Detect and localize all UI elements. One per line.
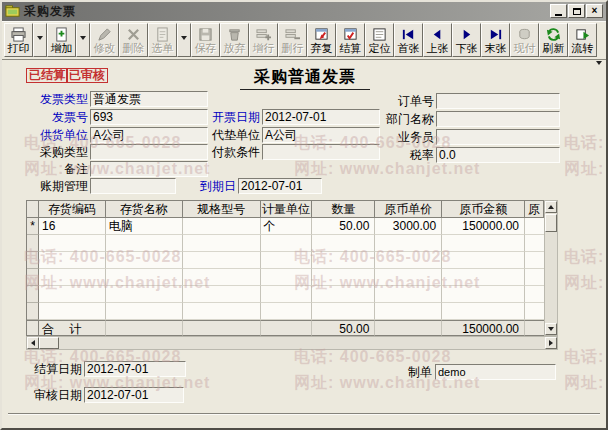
cell-amount[interactable]: 150000.00 [442,218,525,235]
maximize-button[interactable] [568,4,585,18]
invoice-type-field[interactable]: 普通发票 [90,91,208,107]
row-plus-icon [256,27,271,42]
minimize-button[interactable] [550,4,567,18]
col-partial[interactable]: 原 [525,201,544,218]
discard-button[interactable]: 放弃 [220,23,249,57]
credit-period-field[interactable] [90,178,176,194]
purchase-type-field[interactable] [90,144,208,160]
maker-field[interactable]: demo [435,364,556,380]
salesman-field[interactable] [436,129,560,145]
department-label: 部门名称 [378,111,434,127]
invoice-no-field[interactable]: 693 [90,109,208,125]
row-marker: * [27,218,39,235]
arrow-down-icon [548,327,554,334]
invoice-date-field[interactable]: 2012-07-01 [262,109,380,125]
document-title: 采购普通发票 [240,67,370,90]
delete-button[interactable]: 删除 [119,23,148,57]
payment-terms-field[interactable] [262,144,380,160]
settle-date-field[interactable]: 2012-07-01 [84,361,186,377]
audit-date-label: 审核日期 [28,387,82,403]
vertical-scroll-thumb[interactable] [545,214,557,232]
row-indicator [27,303,39,320]
invoice-no-label: 发票号 [22,109,88,125]
order-no-field[interactable] [436,93,560,109]
row-indicator [27,252,39,269]
due-date-field[interactable]: 2012-07-01 [238,178,322,194]
scroll-right-button[interactable] [545,337,557,349]
purchase-type-label: 采购类型 [22,144,88,160]
col-name[interactable]: 存货名称 [106,201,183,218]
first-record-button[interactable]: 首张 [394,23,423,57]
cell-unit[interactable]: 个 [261,218,313,235]
tax-rate-field[interactable]: 0.0 [436,147,560,163]
supplier-field[interactable]: A公司 [90,127,208,143]
title-bar[interactable]: 采购发票 × [2,2,606,21]
printer-icon [11,27,26,42]
col-code[interactable]: 存货编码 [39,201,106,218]
select-order-button[interactable]: 选单 [148,23,177,57]
next-record-button[interactable]: 下张 [452,23,481,57]
print-dropdown[interactable] [33,23,47,57]
supplier-label: 供货单位 [22,127,88,143]
row-indicator [27,286,39,303]
cell-qty[interactable]: 50.00 [312,218,375,235]
cancel-review-button[interactable]: 弃复 [307,23,336,57]
scroll-down-button[interactable] [545,323,557,335]
department-field[interactable] [436,111,560,127]
table-row[interactable]: * 16 电脑 个 50.00 3000.00 150000.00 [27,218,544,235]
vertical-scrollbar[interactable] [544,200,558,336]
select-order-dropdown[interactable] [177,23,191,57]
cell-code[interactable]: 16 [39,218,106,235]
maximize-icon [573,8,581,15]
print-button[interactable]: 打印 [4,23,33,57]
settle-button[interactable]: 结算 [336,23,365,57]
prev-record-button[interactable]: 上张 [423,23,452,57]
empty-row[interactable] [27,252,544,269]
flow-button[interactable]: 流转 [568,23,597,57]
col-amount[interactable]: 原币金额 [442,201,525,218]
refresh-button[interactable]: 刷新 [539,23,568,57]
audit-date-field[interactable]: 2012-07-01 [84,387,184,403]
cell-price[interactable]: 3000.00 [375,218,442,235]
add-button[interactable]: 增加 [47,23,76,57]
watermark: 电话: 400-665-0028网址: www.chanjet.net [564,344,608,396]
empty-row[interactable] [27,269,544,286]
save-button[interactable]: 保存 [191,23,220,57]
folder-icon [5,4,20,19]
maker-label: 制单 [398,364,432,380]
col-spec[interactable]: 规格型号 [183,201,261,218]
col-price[interactable]: 原币单价 [375,201,442,218]
row-indicator [27,235,39,252]
cash-pay-button[interactable]: 现付 [510,23,539,57]
flow-icon [575,27,590,42]
cell-partial[interactable] [525,218,544,235]
remarks-field[interactable] [90,161,208,177]
empty-row[interactable] [27,235,544,252]
horizontal-scroll-thumb[interactable] [39,337,59,349]
empty-row[interactable] [27,303,544,320]
col-unit[interactable]: 计量单位 [261,201,313,218]
add-dropdown[interactable] [76,23,90,57]
chevron-down-icon [181,36,187,43]
horizontal-scrollbar[interactable] [26,336,558,350]
modify-button[interactable]: 修改 [90,23,119,57]
scroll-left-button[interactable] [27,337,39,349]
agent-unit-field[interactable]: A公司 [262,127,380,143]
locate-button[interactable]: 定位 [365,23,394,57]
arrow-left-icon [28,340,35,346]
prev-icon [430,27,445,42]
last-record-button[interactable]: 末张 [481,23,510,57]
col-qty[interactable]: 数量 [312,201,375,218]
delete-row-button[interactable]: 删行 [278,23,307,57]
refresh-icon [546,27,561,42]
close-button[interactable]: × [586,4,603,18]
cell-name[interactable]: 电脑 [106,218,183,235]
row-indicator-header [27,201,39,218]
add-row-button[interactable]: 增行 [249,23,278,57]
coins-icon [517,27,532,42]
minimize-icon [555,14,562,16]
empty-row[interactable] [27,286,544,303]
scroll-up-button[interactable] [545,201,557,213]
toolbar-overflow-button[interactable] [594,59,604,69]
cell-spec[interactable] [183,218,261,235]
